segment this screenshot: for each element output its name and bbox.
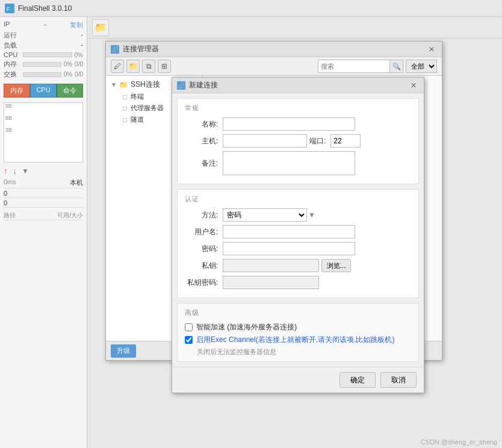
swap-value: 0% bbox=[64, 71, 72, 78]
name-input[interactable] bbox=[223, 117, 355, 131]
tree-label-tunnel: 隧道 bbox=[131, 115, 144, 124]
password-row: 密码: bbox=[185, 242, 411, 255]
svg-text:F: F bbox=[7, 6, 10, 12]
search-input[interactable] bbox=[318, 60, 390, 73]
chart-labels: 9B 6B 3B bbox=[5, 103, 12, 139]
ip-label: IP bbox=[4, 20, 20, 30]
copy-btn[interactable]: 复制 bbox=[70, 20, 83, 30]
ok-btn[interactable]: 确定 bbox=[339, 372, 376, 388]
host-label: 主机: bbox=[185, 136, 218, 146]
privkey-pwd-label: 私钥密码: bbox=[185, 278, 218, 288]
advanced-section-title: 高级 bbox=[185, 308, 411, 317]
exec-channel-label: 启用Exec Channel(若连接上就被断开,请关闭该项,比如跳板机) bbox=[196, 335, 394, 345]
conn-new-btn[interactable]: 🖊 bbox=[111, 60, 124, 73]
password-label: 密码: bbox=[185, 244, 218, 254]
net-down-val: 0 bbox=[4, 199, 7, 207]
conn-copy-btn[interactable]: ⧉ bbox=[142, 60, 155, 73]
toolbar-folder-btn[interactable]: 📁 bbox=[92, 19, 109, 36]
browse-btn[interactable]: 浏览... bbox=[321, 259, 351, 272]
run-label: 运行 bbox=[4, 31, 20, 40]
privkey-row: 私钥: 浏览... bbox=[185, 259, 411, 272]
mem-ratio: 0/0 bbox=[75, 61, 83, 67]
method-dropdown-icon: ▼ bbox=[308, 211, 315, 219]
username-row: 用户名: bbox=[185, 225, 411, 238]
host-row: 主机: 端口: bbox=[185, 134, 411, 148]
app-window: F FinalShell 3.0.10 IP - 复制 运行 - 负载 - CP… bbox=[0, 0, 502, 448]
net-latency: 0ms bbox=[4, 178, 16, 187]
chart-label-3b: 3B bbox=[5, 127, 12, 133]
privkey-pwd-row: 私钥密码: bbox=[185, 276, 411, 289]
monitor-tabs: 内存 CPU 命令 bbox=[4, 84, 83, 98]
method-select[interactable]: 密码 公钥 键盘交互 bbox=[223, 208, 307, 222]
upgrade-btn[interactable]: 升级 bbox=[111, 344, 136, 358]
mem-value: 0% bbox=[64, 61, 72, 67]
privkey-label: 私钥: bbox=[185, 261, 218, 271]
swap-bar bbox=[23, 72, 61, 77]
filter-dropdown[interactable]: 全部 bbox=[406, 60, 437, 73]
net-up-val: 0 bbox=[4, 190, 7, 197]
exec-channel-checkbox[interactable] bbox=[185, 336, 193, 344]
conn-manager-title: 连接管理器 bbox=[123, 44, 159, 54]
run-value: - bbox=[81, 31, 83, 40]
remark-row: 备注: bbox=[185, 151, 411, 175]
new-conn-dialog: 🔗 新建连接 ✕ 常规 名称: 主机: 端口: bbox=[172, 77, 424, 393]
main-area: 📁 🔗 连接管理器 ✕ 🖊 📁 ⧉ ⊞ 🔍 bbox=[87, 17, 502, 448]
arrow-up-icon: ↑ bbox=[4, 166, 8, 176]
chart-label-6b: 6B bbox=[5, 115, 12, 121]
conn-folder-btn[interactable]: 📁 bbox=[126, 60, 140, 73]
smart-accel-row: 智能加速 (加速海外服务器连接) bbox=[185, 322, 411, 332]
title-bar: F FinalShell 3.0.10 bbox=[0, 0, 502, 17]
watermark: CSDN @sheng_er_sheng bbox=[421, 438, 497, 446]
auth-section-title: 认证 bbox=[185, 194, 411, 204]
general-section-title: 常规 bbox=[185, 104, 411, 113]
remark-input[interactable] bbox=[223, 151, 355, 175]
conn-manager-titlebar: 🔗 连接管理器 ✕ bbox=[106, 42, 442, 57]
app-title: FinalShell 3.0.10 bbox=[18, 4, 72, 13]
username-input[interactable] bbox=[223, 225, 355, 238]
arrow-down-icon: ↓ bbox=[13, 166, 17, 176]
tab-mem[interactable]: 内存 bbox=[4, 84, 30, 98]
tree-dot-2: □ bbox=[123, 105, 127, 112]
conn-add-btn[interactable]: ⊞ bbox=[158, 60, 171, 73]
smart-accel-checkbox[interactable] bbox=[185, 323, 193, 331]
conn-manager-title-left: 🔗 连接管理器 bbox=[111, 44, 159, 54]
password-input[interactable] bbox=[223, 242, 355, 255]
name-label: 名称: bbox=[185, 119, 218, 129]
new-conn-close-btn[interactable]: ✕ bbox=[408, 80, 419, 91]
tab-cmd[interactable]: 命令 bbox=[57, 84, 83, 98]
cpu-value: 0% bbox=[75, 52, 83, 58]
app-icon: F bbox=[5, 4, 14, 13]
tab-cpu[interactable]: CPU bbox=[30, 84, 57, 98]
tree-dot-3: □ bbox=[123, 116, 127, 123]
load-value: - bbox=[81, 41, 83, 50]
smart-accel-label: 智能加速 (加速海外服务器连接) bbox=[196, 322, 297, 332]
net-arrows: ↑ ↓ ▼ bbox=[4, 166, 83, 176]
method-label: 方法: bbox=[185, 210, 218, 220]
conn-toolbar: 🖊 📁 ⧉ ⊞ 🔍 全部 bbox=[106, 57, 442, 76]
tree-expand-icon: ▼ bbox=[111, 81, 117, 88]
mem-label: 内存 bbox=[4, 60, 20, 69]
host-input[interactable] bbox=[223, 134, 307, 148]
left-panel: IP - 复制 运行 - 负载 - CPU 0% 内存 0% 0/0 bbox=[0, 17, 87, 448]
cpu-bar bbox=[23, 52, 72, 57]
port-label-text: 端口: bbox=[309, 136, 326, 146]
ip-value: - bbox=[44, 20, 46, 30]
swap-ratio: 0/0 bbox=[75, 71, 83, 78]
search-box: 🔍 全部 bbox=[318, 60, 437, 73]
port-input[interactable] bbox=[330, 134, 361, 148]
advanced-info-text: 关闭后无法监控服务器信息 bbox=[197, 347, 411, 356]
search-icon: 🔍 bbox=[390, 60, 403, 73]
chart-label-9b: 9B bbox=[5, 103, 12, 109]
privkey-pwd-input bbox=[223, 276, 319, 289]
main-toolbar: 📁 bbox=[87, 17, 502, 39]
new-conn-footer: 确定 取消 bbox=[172, 367, 424, 393]
cancel-btn[interactable]: 取消 bbox=[380, 372, 417, 388]
monitor-chart: 9B 6B 3B bbox=[4, 102, 83, 163]
username-label: 用户名: bbox=[185, 227, 218, 237]
tree-label-proxy: 代理服务器 bbox=[131, 104, 164, 113]
cpu-label: CPU bbox=[4, 51, 20, 58]
disk-header: 路径 可用/大小 bbox=[4, 211, 83, 220]
name-row: 名称: bbox=[185, 117, 411, 131]
conn-manager-close-btn[interactable]: ✕ bbox=[426, 44, 437, 55]
new-conn-titlebar: 🔗 新建连接 ✕ bbox=[172, 78, 424, 93]
